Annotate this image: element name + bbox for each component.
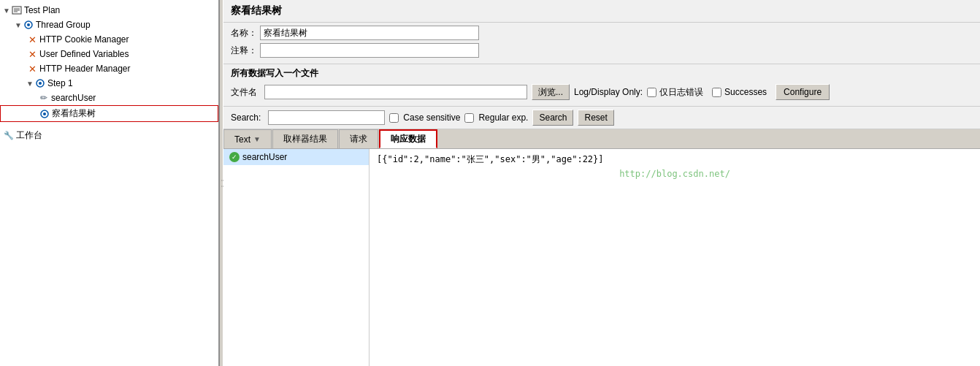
tree-item-label: 工作台: [16, 129, 42, 142]
success-icon: [229, 152, 240, 162]
search-button[interactable]: Search: [532, 110, 573, 126]
regular-exp-checkbox[interactable]: [464, 113, 474, 123]
name-label: 名称：: [231, 27, 257, 39]
log-error-label: 仅日志错误: [659, 86, 703, 99]
results-list: searchUser: [223, 149, 370, 366]
all-data-title: 所有数据写入一个文件: [231, 67, 318, 80]
expand-tri: ▼: [3, 7, 10, 15]
expand-tri-step: ▼: [26, 80, 34, 88]
log-display-row: Log/Display Only: 仅日志错误 Successes Config…: [574, 84, 830, 100]
log-error-checkbox[interactable]: [647, 88, 656, 97]
panel-title: 察看结果树: [223, 0, 980, 23]
search-input[interactable]: [268, 110, 385, 125]
wrench-icon2: ✕: [26, 48, 38, 60]
tab-sampler-result[interactable]: 取样器结果: [272, 129, 338, 148]
tab-request[interactable]: 请求: [339, 129, 378, 148]
tree-item-step1[interactable]: ▼ Step 1: [0, 76, 218, 91]
svg-point-7: [39, 82, 42, 85]
response-content: [{"id":2,"name":"张三","sex":"男","age":22}…: [377, 153, 973, 166]
tree-item-listener[interactable]: 察看结果树: [0, 105, 218, 122]
response-data-panel: [{"id":2,"name":"张三","sex":"男","age":22}…: [370, 149, 980, 366]
wrench-icon: ✕: [26, 34, 38, 45]
tree-item-label: Thread Group: [36, 20, 91, 30]
tab-response-label: 响应数据: [391, 133, 426, 145]
regular-exp-label: Regular exp.: [478, 113, 528, 123]
thread-group-icon: [23, 19, 34, 31]
all-data-title-row: 所有数据写入一个文件: [231, 67, 973, 81]
file-row: 文件名 浏览... Log/Display Only: 仅日志错误 Succes…: [231, 84, 973, 100]
comment-input[interactable]: [260, 43, 479, 58]
svg-point-9: [43, 113, 46, 115]
tree-item-label: Step 1: [47, 78, 73, 88]
search-row: Search: Case sensitive Regular exp. Sear…: [223, 106, 980, 129]
expand-tri-thread: ▼: [15, 21, 22, 29]
file-input[interactable]: [264, 85, 527, 99]
tree-item-label: User Defined Variables: [39, 49, 129, 59]
tree-item-user-defined[interactable]: ✕ User Defined Variables: [0, 47, 218, 61]
tree-item-workbench[interactable]: 🔧 工作台: [0, 128, 218, 143]
comment-row: 注释：: [231, 43, 973, 58]
reset-button[interactable]: Reset: [578, 110, 613, 126]
tree-item-http-header[interactable]: ✕ HTTP Header Manager: [0, 61, 218, 76]
pen-icon: ✏: [38, 92, 50, 104]
name-row: 名称：: [231, 26, 973, 40]
tree-item-label: HTTP Header Manager: [39, 64, 131, 74]
results-area: Text ▼ 取样器结果 请求 响应数据: [223, 129, 980, 366]
tab-text-dropdown: ▼: [253, 135, 261, 143]
tab-text[interactable]: Text ▼: [223, 129, 272, 148]
result-item-search-user[interactable]: searchUser: [223, 149, 369, 165]
successes-checkbox[interactable]: [712, 88, 721, 97]
file-label: 文件名: [231, 86, 257, 99]
step-icon: [34, 77, 46, 89]
tree-item-label: Test Plan: [24, 5, 60, 15]
log-display-label: Log/Display Only:: [574, 87, 643, 97]
tab-sampler-label: 取样器结果: [283, 133, 327, 145]
tree-item-label: 察看结果树: [52, 107, 96, 120]
tab-request-label: 请求: [350, 133, 367, 145]
tree-item-search-user[interactable]: ✏ searchUser: [0, 91, 218, 105]
result-item-label: searchUser: [242, 152, 287, 162]
tree-item-thread-group[interactable]: ▼ Thread Group: [0, 18, 218, 32]
comment-label: 注释：: [231, 45, 257, 57]
tree-area: ▼ Test Plan ▼ Thread Group ✕ HTTP Cookie…: [0, 0, 218, 125]
name-input[interactable]: [260, 26, 479, 40]
watermark: http://blog.csdn.net/: [377, 169, 973, 179]
browse-button[interactable]: 浏览...: [532, 84, 570, 100]
all-data-section: 所有数据写入一个文件 文件名 浏览... Log/Display Only: 仅…: [223, 64, 980, 106]
results-content: searchUser [{"id":2,"name":"张三","sex":"男…: [223, 149, 980, 366]
tree-item-http-cookie[interactable]: ✕ HTTP Cookie Manager: [0, 32, 218, 47]
form-section-name: 名称： 注释：: [223, 23, 980, 64]
search-label: Search:: [231, 113, 261, 123]
svg-point-5: [27, 23, 30, 26]
case-sensitive-checkbox[interactable]: [389, 113, 399, 123]
wrench-icon3: ✕: [26, 63, 38, 75]
workbench-icon: 🔧: [3, 130, 15, 142]
case-sensitive-label: Case sensitive: [403, 113, 460, 123]
tree-item-label: HTTP Cookie Manager: [39, 34, 129, 45]
right-panel: 察看结果树 名称： 注释： 所有数据写入一个文件 文件名 浏览...: [223, 0, 980, 366]
test-plan-icon: [11, 4, 23, 16]
tab-text-label: Text: [234, 134, 250, 145]
tab-response-data[interactable]: 响应数据: [379, 129, 437, 148]
left-tree-panel: ▼ Test Plan ▼ Thread Group ✕ HTTP Cookie…: [0, 0, 219, 366]
listener-icon: [39, 108, 50, 120]
tree-item-label: searchUser: [51, 93, 96, 103]
configure-button[interactable]: Configure: [776, 84, 830, 100]
tabs-row: Text ▼ 取样器结果 请求 响应数据: [223, 129, 980, 149]
successes-label: Successes: [724, 87, 767, 97]
tree-item-test-plan[interactable]: ▼ Test Plan: [0, 3, 218, 18]
